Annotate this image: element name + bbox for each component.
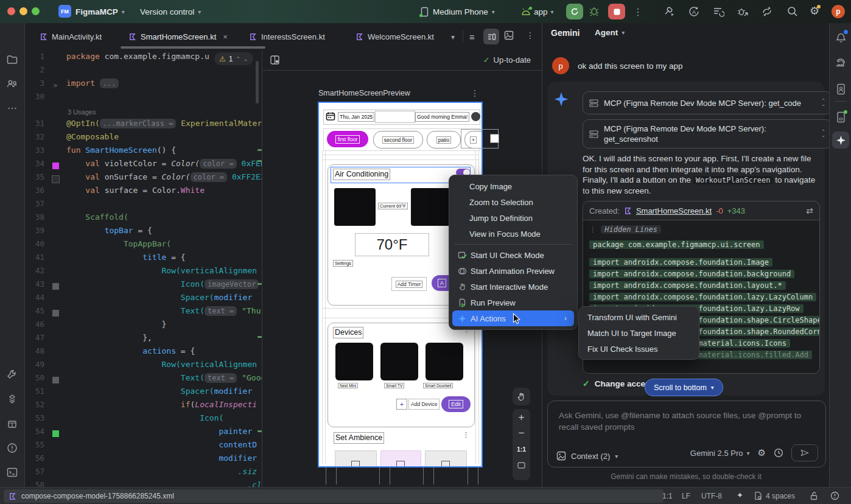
menu-item-zoom-to-selection[interactable]: Zoom to Selection	[449, 194, 577, 210]
caret-position[interactable]: 1:1	[662, 492, 673, 500]
maximize-window-button[interactable]	[32, 7, 40, 15]
code-view-icon[interactable]: ≡	[469, 32, 475, 42]
more-tool-windows-icon[interactable]: ⋯	[4, 99, 21, 116]
version-control-menu[interactable]: Version control ▾	[140, 0, 201, 23]
preview-options-kebab[interactable]: ⋮	[471, 88, 479, 98]
preview-layout-icon[interactable]	[270, 55, 280, 65]
menu-item-copy-image[interactable]: Copy Image	[449, 178, 577, 194]
send-button[interactable]	[791, 444, 818, 461]
submenu-item-transform-ui[interactable]: Transform UI with Gemini	[579, 309, 699, 325]
design-view-icon[interactable]	[503, 30, 514, 41]
color-swatch[interactable]	[52, 430, 59, 437]
menu-item-view-in-focus-mode[interactable]: View in Focus Mode	[449, 226, 577, 242]
notifications-bell-icon[interactable]	[832, 29, 849, 46]
line-separator[interactable]: LF	[682, 492, 690, 500]
search-everywhere-icon[interactable]	[786, 5, 799, 18]
chip-first-floor[interactable]: first floor	[327, 131, 368, 147]
editor-scrollbar[interactable]	[256, 61, 259, 103]
edit-button[interactable]: Edit	[441, 396, 471, 412]
zoom-out-button[interactable]: −	[513, 425, 530, 441]
project-selector[interactable]: FigmaMCP ▾	[75, 0, 125, 23]
next-issue-chevron[interactable]: ⌄	[243, 56, 248, 62]
settings-gear-icon[interactable]: ⚙	[810, 4, 819, 18]
expand-chevrons-icon[interactable]: ⌃⌄	[821, 130, 825, 138]
open-diff-icon[interactable]: ⇄	[806, 206, 813, 215]
agent-mode-selector[interactable]: Agent ▾	[595, 28, 625, 37]
color-swatch[interactable]	[52, 163, 59, 169]
problems-icon[interactable]	[4, 439, 21, 457]
tab-welcomescreen[interactable]: WelcomeScreen.kt	[355, 23, 434, 50]
running-devices-icon[interactable]	[832, 80, 849, 97]
devices-card[interactable]: Devices ⋮ Nest Mini Smart TV Smart Doorb…	[327, 323, 475, 427]
menu-item-jump-to-definition[interactable]: Jump to Definition	[449, 210, 577, 226]
attach-debugger-icon[interactable]	[737, 5, 749, 18]
expand-chevrons-icon[interactable]: ⌃⌄	[821, 99, 825, 107]
editor-options-kebab[interactable]: ⋮	[526, 30, 534, 40]
gemini-input[interactable]: Ask Gemini, use @filename to attach sour…	[559, 410, 814, 433]
menu-item-run-preview[interactable]: Run Preview	[449, 295, 577, 310]
more-actions-kebab[interactable]: ⋮	[633, 6, 643, 18]
menu-item-start-ui-check-mode[interactable]: Start UI Check Mode	[449, 247, 577, 263]
color-swatch[interactable]	[52, 283, 59, 290]
debug-button[interactable]	[588, 5, 600, 17]
inspection-widget[interactable]: ⚠ 1 ⌃ ⌄	[214, 52, 253, 65]
color-swatch[interactable]	[52, 377, 59, 383]
zoom-in-button[interactable]: +	[513, 409, 530, 425]
fold-arrow-icon[interactable]: >	[54, 82, 58, 89]
structure-icon[interactable]	[4, 391, 21, 408]
run-configuration-selector[interactable]: app ▾	[521, 0, 554, 23]
user-avatar[interactable]: p	[832, 5, 845, 18]
stop-button[interactable]	[608, 4, 625, 19]
zoom-fit-button[interactable]	[513, 457, 530, 473]
indent-setting[interactable]: 4 spaces	[766, 492, 795, 500]
chip-patio[interactable]: patio	[427, 131, 461, 149]
users-icon[interactable]	[4, 75, 21, 93]
status-file-breadcrumb[interactable]: compose-compose-model-1758866285245.xml	[4, 489, 664, 503]
device-manager-icon[interactable]	[832, 108, 849, 125]
ac-settings-label[interactable]: Settings	[333, 260, 353, 267]
rerun-button[interactable]	[566, 4, 583, 19]
pan-hand-button[interactable]	[513, 388, 530, 405]
add-device-button[interactable]: Add Device	[408, 399, 440, 410]
mcp-call-get-screenshot[interactable]: MCP (Figma Remote Dev Mode MCP Server): …	[583, 119, 832, 149]
dependencies-icon[interactable]	[4, 415, 21, 432]
file-encoding[interactable]: UTF-8	[701, 492, 722, 500]
submenu-item-match-ui[interactable]: Match UI to Target Image	[579, 325, 699, 341]
gemini-settings-gear-icon[interactable]: ⚙	[758, 447, 766, 458]
prev-issue-chevron[interactable]: ⌃	[236, 56, 240, 62]
profile-avatar[interactable]	[471, 112, 480, 121]
gemini-tool-window-icon[interactable]	[832, 131, 849, 149]
model-selector[interactable]: Gemini 2.5 Pro ▾	[690, 449, 750, 458]
selection-handle[interactable]	[490, 134, 499, 143]
zoom-100-button[interactable]: 1:1	[513, 441, 530, 457]
tab-list-chevron[interactable]: ▾	[451, 33, 455, 41]
hidden-lines-row[interactable]: ⋮ Hidden Lines	[589, 225, 819, 237]
close-window-button[interactable]	[7, 7, 15, 15]
mcp-call-get-code[interactable]: MCP (Figma Remote Dev Mode MCP Server): …	[583, 91, 832, 114]
close-tab-icon[interactable]: ×	[223, 32, 228, 41]
tab-mainactivity[interactable]: MainActivity.kt	[40, 23, 102, 50]
submenu-item-fix-ui-check[interactable]: Fix UI Check Issues	[579, 341, 699, 357]
menu-item-start-interactive-mode[interactable]: Start Interactive Mode	[449, 279, 577, 295]
split-view-icon[interactable]	[483, 29, 499, 44]
gradle-elephant-icon[interactable]	[832, 55, 849, 72]
pull-request-sync-icon[interactable]	[761, 5, 773, 18]
code-editor[interactable]: 1package com.example.figmamcp.u23>import…	[25, 50, 262, 487]
created-file-link[interactable]: SmartHomeScreen.kt	[636, 206, 712, 215]
profiler-icon[interactable]: A	[688, 5, 700, 18]
chip-second-floor[interactable]: second floor	[373, 131, 423, 149]
ambience-kebab[interactable]: ⋮	[463, 431, 469, 439]
build-icon[interactable]	[4, 366, 21, 383]
context-attachments[interactable]: Context (2) ▾	[556, 451, 618, 461]
terminal-icon[interactable]	[4, 464, 21, 481]
ac-add-timer-button[interactable]: Add Timer	[391, 277, 427, 291]
sync-list-icon[interactable]	[712, 5, 724, 18]
scroll-to-bottom-button[interactable]: Scroll to bottom ▾	[645, 379, 723, 396]
color-swatch[interactable]	[52, 175, 60, 183]
build-run-hammer-icon[interactable]	[664, 5, 676, 18]
minimize-window-button[interactable]	[19, 7, 27, 15]
tab-interestsscreen[interactable]: InterestsScreen.kt	[249, 23, 325, 50]
unlocked-padlock-icon[interactable]	[810, 491, 818, 500]
project-folder-icon[interactable]	[4, 51, 21, 68]
history-clock-icon[interactable]	[774, 448, 783, 458]
